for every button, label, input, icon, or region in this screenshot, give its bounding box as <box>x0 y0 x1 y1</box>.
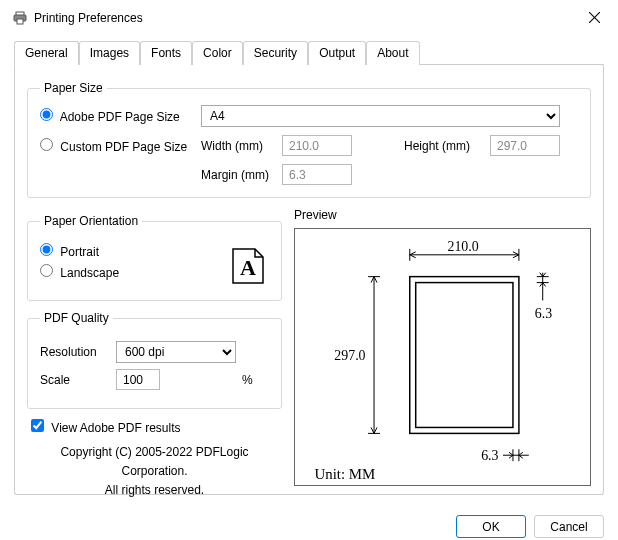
preview-margin-r: 6.3 <box>535 306 552 321</box>
margin-input[interactable] <box>282 164 352 185</box>
tab-panel-general: Paper Size Adobe PDF Page Size A4 Custom… <box>14 65 604 495</box>
close-button[interactable] <box>583 8 606 28</box>
portrait-radio[interactable]: Portrait <box>40 243 99 259</box>
width-label: Width (mm) <box>201 139 276 153</box>
title-bar: Printing Preferences <box>0 0 618 36</box>
orientation-group: Paper Orientation Portrait Landscape A <box>27 214 282 301</box>
tab-about[interactable]: About <box>366 41 419 65</box>
height-input[interactable] <box>490 135 560 156</box>
margin-label: Margin (mm) <box>201 168 276 182</box>
custom-size-radio[interactable]: Custom PDF Page Size <box>40 138 195 154</box>
quality-legend: PDF Quality <box>40 311 113 325</box>
preview-margin-b: 6.3 <box>481 448 498 463</box>
svg-rect-9 <box>416 283 513 428</box>
printer-icon <box>12 10 28 26</box>
preview-height: 297.0 <box>334 348 365 363</box>
ok-button[interactable]: OK <box>456 515 526 538</box>
copyright: Copyright (C) 2005-2022 PDFLogic Corpora… <box>27 443 282 501</box>
height-label: Height (mm) <box>404 139 484 153</box>
tab-general[interactable]: General <box>14 41 79 65</box>
scale-label: Scale <box>40 373 110 387</box>
resolution-label: Resolution <box>40 345 110 359</box>
percent-label: % <box>242 373 262 387</box>
page-letter-icon: A <box>231 247 265 288</box>
svg-rect-8 <box>410 277 519 434</box>
window-title: Printing Preferences <box>34 11 143 25</box>
resolution-select[interactable]: 600 dpi <box>116 341 236 363</box>
adobe-size-radio[interactable]: Adobe PDF Page Size <box>40 108 195 124</box>
quality-group: PDF Quality Resolution 600 dpi Scale % <box>27 311 282 409</box>
orientation-legend: Paper Orientation <box>40 214 142 228</box>
svg-point-3 <box>23 16 25 18</box>
width-input[interactable] <box>282 135 352 156</box>
cancel-button[interactable]: Cancel <box>534 515 604 538</box>
paper-size-group: Paper Size Adobe PDF Page Size A4 Custom… <box>27 81 591 198</box>
tab-bar: General Images Fonts Color Security Outp… <box>14 40 604 65</box>
preview-box: 210.0 297.0 6.3 <box>294 228 591 486</box>
page-size-select[interactable]: A4 <box>201 105 560 127</box>
tab-security[interactable]: Security <box>243 41 308 65</box>
scale-input[interactable] <box>116 369 160 390</box>
svg-rect-2 <box>17 19 23 24</box>
tab-color[interactable]: Color <box>192 41 243 65</box>
preview-unit: Unit: MM <box>315 466 376 482</box>
dialog-buttons: OK Cancel <box>0 505 618 540</box>
preview-legend: Preview <box>294 208 591 222</box>
view-results-checkbox[interactable]: View Adobe PDF results <box>31 419 181 435</box>
paper-size-legend: Paper Size <box>40 81 107 95</box>
tab-images[interactable]: Images <box>79 41 140 65</box>
svg-text:A: A <box>240 255 256 280</box>
tab-output[interactable]: Output <box>308 41 366 65</box>
landscape-radio[interactable]: Landscape <box>40 264 119 280</box>
preview-width: 210.0 <box>447 239 478 254</box>
tab-fonts[interactable]: Fonts <box>140 41 192 65</box>
